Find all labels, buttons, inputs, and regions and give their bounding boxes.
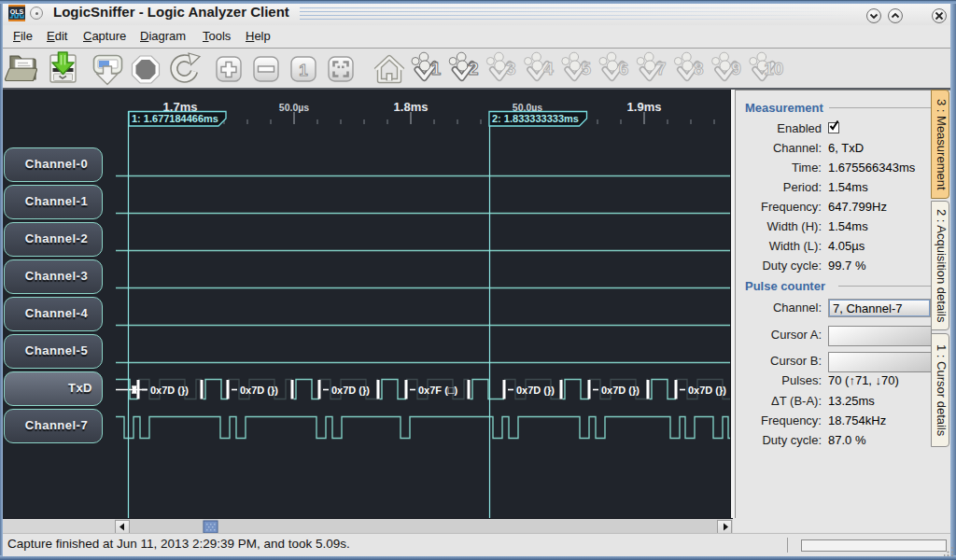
- svg-text:7: 7: [656, 59, 667, 78]
- svg-text:3: 3: [506, 59, 516, 78]
- svg-text:0x7D (}): 0x7D (}): [688, 385, 726, 396]
- svg-text:1: 1: [431, 59, 442, 78]
- svg-text:1: 1: [299, 62, 307, 79]
- svg-text:0x7D (}): 0x7D (}): [150, 385, 189, 396]
- svg-text:0x7D (}): 0x7D (}): [601, 385, 640, 396]
- svg-text:0x7D (}): 0x7D (}): [240, 385, 278, 396]
- svg-text:0x7F (□): 0x7F (□): [418, 385, 457, 396]
- svg-text:8: 8: [694, 59, 704, 78]
- svg-text:1.9ms: 1.9ms: [627, 100, 662, 114]
- svg-text:4: 4: [543, 59, 554, 78]
- svg-text:50.0µs: 50.0µs: [279, 102, 309, 113]
- svg-text:OLS: OLS: [10, 8, 24, 15]
- svg-text:0x7D (}): 0x7D (}): [516, 385, 555, 396]
- svg-text:5: 5: [582, 59, 592, 78]
- svg-text:10: 10: [764, 59, 783, 78]
- svg-text:6: 6: [619, 59, 629, 78]
- svg-text:1.8ms: 1.8ms: [394, 100, 429, 114]
- svg-text:9: 9: [731, 59, 741, 78]
- svg-text:1: 1.677184466ms: 1: 1.677184466ms: [132, 113, 218, 124]
- svg-text:2: 1.833333333ms: 2: 1.833333333ms: [492, 113, 579, 124]
- svg-text:2: 2: [469, 59, 479, 78]
- svg-text:0x7D (}): 0x7D (}): [331, 385, 370, 396]
